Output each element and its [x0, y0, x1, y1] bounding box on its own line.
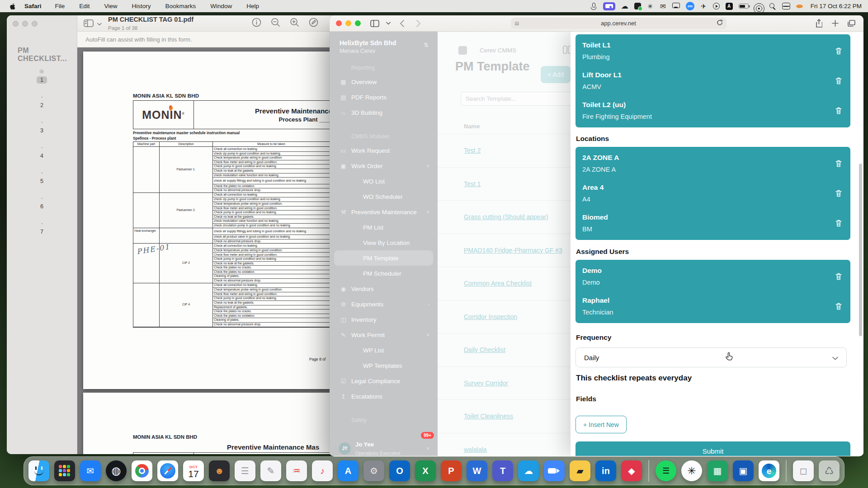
template-link[interactable]: Daily Checklist	[464, 346, 505, 353]
microphone-icon[interactable]	[590, 2, 597, 10]
safari-icon[interactable]	[157, 460, 178, 481]
zoom-icon[interactable]	[544, 460, 565, 481]
page-thumbnail[interactable]: 2	[37, 94, 47, 109]
wifi-icon[interactable]	[755, 3, 764, 9]
template-link[interactable]: Corridor Inspection	[464, 313, 517, 320]
paper-plane-icon[interactable]	[700, 2, 707, 10]
sidebar-entry[interactable]: ▦ Overview	[330, 74, 438, 89]
outlook-tray-icon[interactable]	[660, 2, 666, 10]
menu-item[interactable]: Help	[246, 3, 259, 9]
back-button[interactable]	[396, 18, 408, 29]
organization-switcher[interactable]: HelixByte Sdn Bhd Menara Cerev ⇅	[330, 32, 438, 57]
template-link[interactable]: walalala	[464, 446, 487, 453]
sidebar-entry[interactable]: Reporting	[330, 61, 438, 74]
template-link[interactable]: PMAD140 Fridge-Pharmacy GF #3	[464, 247, 562, 254]
sidebar-entry[interactable]: WO List	[330, 174, 438, 189]
template-link[interactable]: Common Area Checklist	[464, 280, 532, 287]
menu-item[interactable]: Bookmarks	[165, 3, 196, 9]
sidebar-entry[interactable]: View By Location	[330, 235, 438, 250]
battery-icon[interactable]	[739, 4, 749, 9]
sidebar-entry[interactable]: ↥ Escalations	[330, 389, 438, 404]
trash-icon[interactable]: ♺	[819, 460, 840, 481]
delete-icon[interactable]	[834, 272, 843, 281]
tab-group-chevron-icon[interactable]	[385, 18, 392, 29]
delete-icon[interactable]	[834, 106, 843, 115]
zoom-out-icon[interactable]	[271, 18, 280, 29]
safari-sidebar-toggle-icon[interactable]	[369, 18, 381, 29]
spotlight-search-icon[interactable]	[769, 2, 776, 10]
delete-icon[interactable]	[834, 47, 843, 56]
preview-app-icon[interactable]: ◻	[793, 460, 814, 481]
excel-icon[interactable]: X	[415, 460, 436, 481]
apple-menu-icon[interactable]	[9, 2, 16, 10]
menu-item[interactable]: File	[55, 3, 65, 9]
tab-overview-icon[interactable]	[845, 18, 857, 29]
sidebar-entry[interactable]: ◉ Vendors	[330, 281, 438, 296]
search-input[interactable]	[461, 92, 573, 106]
site-settings-icon[interactable]: ▤	[515, 21, 519, 26]
drawer-scrollbar[interactable]	[859, 164, 862, 336]
sidebar-entry[interactable]: ☑ Legal Compliance	[330, 373, 438, 389]
github-icon[interactable]: ◍	[106, 460, 127, 481]
template-link[interactable]: Test 1	[464, 180, 481, 188]
delete-icon[interactable]	[834, 189, 843, 198]
pdf-content-area[interactable]: MONIN ASIA KL SDN BHD MONIN® Preventive …	[77, 47, 349, 454]
chrome-icon[interactable]	[132, 460, 152, 481]
a-app-tray-icon[interactable]: A	[726, 3, 733, 10]
menu-item[interactable]: Window	[210, 3, 232, 9]
chatgpt-icon[interactable]: ✳	[681, 460, 702, 481]
zoom-in-icon[interactable]	[290, 18, 299, 29]
cloud-icon[interactable]	[621, 2, 628, 10]
sidebar-entry[interactable]: ▤ PDF Reports	[330, 89, 438, 105]
control-center-icon[interactable]	[782, 2, 790, 10]
teams-icon[interactable]: T	[492, 460, 513, 481]
sidebar-options-chevron-icon[interactable]	[97, 19, 102, 28]
template-link[interactable]: Toilet Cleanliness	[464, 413, 513, 420]
page-thumbnail[interactable]: 5	[37, 170, 47, 185]
window-controls[interactable]	[336, 20, 361, 26]
system-settings-icon[interactable]: ⚙	[363, 460, 384, 481]
launchpad-icon[interactable]	[54, 460, 75, 481]
sheets-app-icon[interactable]: ▦	[707, 460, 728, 481]
delete-icon[interactable]	[834, 159, 843, 168]
textedit-icon[interactable]: ✎	[260, 460, 281, 481]
profile-app-icon[interactable]: ☻	[209, 460, 230, 481]
notes-icon[interactable]: ☰	[235, 460, 255, 481]
yellow-app-icon[interactable]: ▰	[570, 460, 590, 481]
user-profile-row[interactable]: 99+ JY Jo Yee Operations Executive ˅	[330, 438, 438, 456]
sidebar-entry[interactable]: WP Templates	[330, 358, 438, 373]
screen-sharing-icon[interactable]	[603, 2, 615, 10]
powerpoint-icon[interactable]: P	[441, 460, 462, 481]
preview-sidebar-toggle-icon[interactable]	[84, 19, 94, 27]
edge-icon[interactable]: e	[759, 460, 779, 481]
frequency-select[interactable]: Daily	[576, 347, 847, 367]
outlook-icon[interactable]: O	[389, 460, 410, 481]
page-thumbnail[interactable]: 6	[37, 196, 47, 210]
sidebar-entry[interactable]: PM Template	[334, 250, 433, 266]
sidebar-entry[interactable]: PM List	[330, 220, 438, 235]
add-template-button[interactable]: + Add	[541, 66, 571, 83]
sidebar-entry[interactable]: Safety	[330, 414, 438, 427]
linkedin-icon[interactable]: in	[595, 460, 616, 481]
sidebar-entry[interactable]: ✎ Work Permit ˅	[330, 327, 438, 343]
markup-icon[interactable]	[309, 18, 318, 29]
calendar-icon[interactable]: OCT 17	[183, 460, 204, 481]
play-circle-icon[interactable]	[713, 3, 720, 9]
forward-button[interactable]	[412, 18, 424, 29]
finder-icon[interactable]	[28, 460, 49, 481]
active-app-name[interactable]: Safari	[24, 3, 42, 9]
delete-icon[interactable]	[834, 76, 843, 85]
blue-app-icon[interactable]: ▣	[733, 460, 754, 481]
sidebar-entry[interactable]: PM Scheduler	[330, 266, 438, 281]
window-controls-inactive[interactable]	[7, 21, 77, 27]
reload-icon[interactable]	[717, 19, 723, 27]
voice-memos-icon[interactable]: ♒	[286, 460, 307, 481]
zoom-tray-icon[interactable]: zm	[686, 2, 694, 10]
display-icon[interactable]	[672, 3, 680, 8]
onedrive-icon[interactable]: ☁	[518, 460, 539, 481]
music-icon[interactable]: ♪	[312, 460, 333, 481]
delete-icon[interactable]	[834, 219, 843, 228]
sidebar-entry[interactable]: CMMS Modules	[330, 130, 438, 143]
sidebar-entry[interactable]: WP List	[330, 343, 438, 358]
page-thumbnail[interactable]: 7	[37, 221, 47, 235]
